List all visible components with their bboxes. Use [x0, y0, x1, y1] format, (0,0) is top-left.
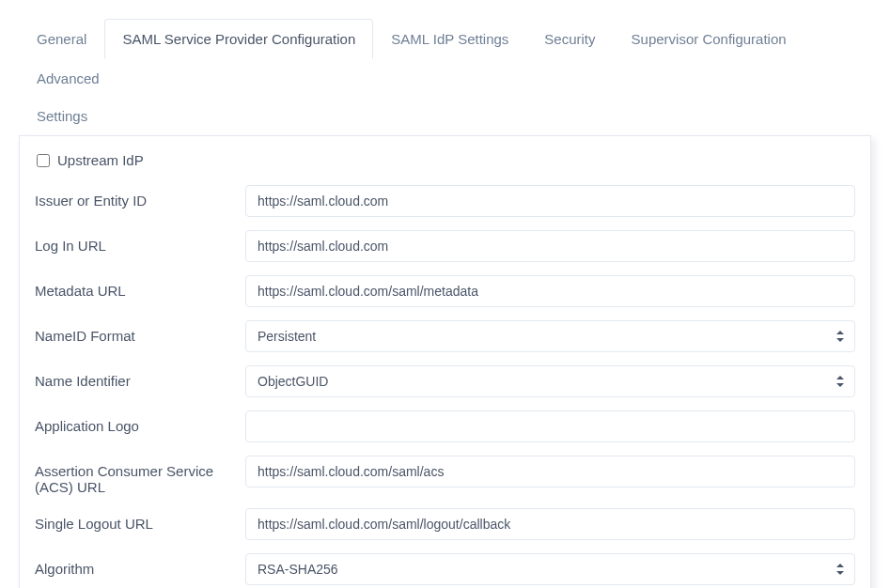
metadata-url-label: Metadata URL: [35, 275, 245, 299]
tab-security[interactable]: Security: [526, 19, 613, 58]
application-logo-label: Application Logo: [35, 410, 245, 434]
saml-sp-config-panel: Upstream IdP Issuer or Entity ID Log In …: [19, 135, 871, 588]
tab-settings[interactable]: Settings: [19, 98, 871, 135]
tab-bar: General SAML Service Provider Configurat…: [19, 19, 871, 136]
upstream-idp-label[interactable]: Upstream IdP: [57, 152, 144, 168]
single-logout-url-input[interactable]: [245, 508, 855, 540]
upstream-idp-checkbox[interactable]: [37, 154, 50, 167]
issuer-entity-id-label: Issuer or Entity ID: [35, 185, 245, 209]
acs-url-input[interactable]: [245, 456, 855, 487]
algorithm-label: Algorithm: [35, 553, 245, 577]
nameid-format-label: NameID Format: [35, 320, 245, 344]
algorithm-select[interactable]: RSA-SHA256: [245, 553, 855, 585]
tab-supervisor-configuration[interactable]: Supervisor Configuration: [614, 19, 804, 58]
single-logout-url-label: Single Logout URL: [35, 508, 245, 532]
nameid-format-select[interactable]: Persistent: [245, 320, 855, 352]
acs-url-label: Assertion Consumer Service (ACS) URL: [35, 456, 245, 495]
tab-advanced[interactable]: Advanced: [19, 58, 117, 98]
name-identifier-label: Name Identifier: [35, 365, 245, 389]
tab-saml-sp-configuration[interactable]: SAML Service Provider Configuration: [104, 19, 373, 59]
metadata-url-input[interactable]: [245, 275, 855, 307]
login-url-label: Log In URL: [35, 230, 245, 254]
name-identifier-select[interactable]: ObjectGUID: [245, 365, 855, 397]
tab-saml-idp-settings[interactable]: SAML IdP Settings: [373, 19, 526, 58]
tab-general[interactable]: General: [19, 19, 104, 58]
application-logo-input[interactable]: [245, 410, 855, 442]
issuer-entity-id-input[interactable]: [245, 185, 855, 217]
login-url-input[interactable]: [245, 230, 855, 262]
